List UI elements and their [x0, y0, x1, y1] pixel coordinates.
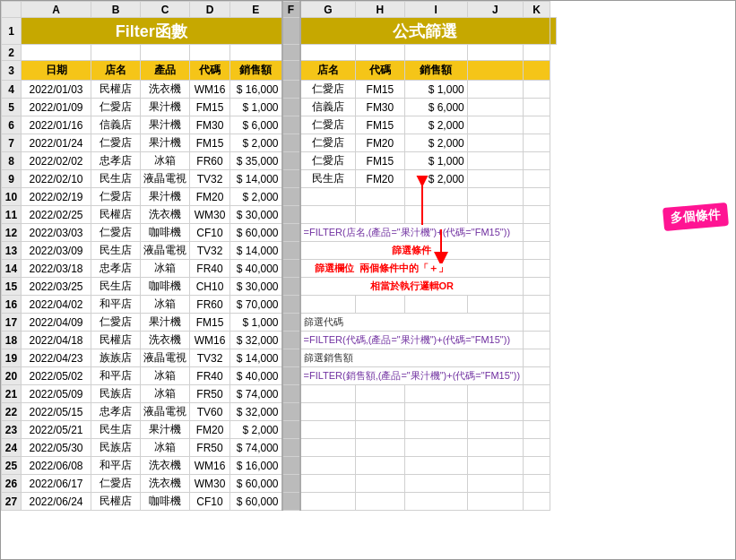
- col-header-G[interactable]: G: [300, 2, 356, 18]
- table-row: 6 2022/01/16 信義店 果汁機 FM30 $ 6,000 仁愛店 FM…: [2, 116, 557, 134]
- code-filter-label: 篩選代碼: [300, 314, 524, 332]
- table-row: 4 2022/01/03 民權店 洗衣機 WM16 $ 16,000 仁愛店 F…: [2, 81, 557, 99]
- corner-cell: [2, 2, 22, 18]
- row-header-1: 1: [2, 18, 22, 45]
- col-header-A[interactable]: A: [22, 2, 91, 18]
- table-row: 19 2022/04/23 族族店 液晶電視 TV32 $ 14,000 篩選銷…: [2, 349, 557, 367]
- col-header-F[interactable]: F: [282, 2, 300, 18]
- table-row: 26 2022/06/17 仁愛店 洗衣機 WM30 $ 60,000: [2, 475, 557, 493]
- header-r-code: 代碼: [356, 61, 404, 81]
- filter-field-label: 篩選欄位 兩個條件中的「＋」: [300, 260, 524, 278]
- header-sales: 銷售額: [230, 61, 282, 81]
- table-row: 22 2022/05/15 忠孝店 液晶電視 TV60 $ 32,000: [2, 403, 557, 421]
- table-row: 24 2022/05/30 民族店 冰箱 FR50 $ 74,000: [2, 439, 557, 457]
- table-row: 12 2022/03/03 仁愛店 咖啡機 CF10 $ 60,000 =FIL…: [2, 224, 557, 242]
- logic-or-label: 相當於執行邏輯OR: [300, 278, 524, 296]
- header-date: 日期: [22, 61, 91, 81]
- empty-row-2: 2: [2, 45, 557, 61]
- header-r-store: 店名: [300, 61, 356, 81]
- table-row: 16 2022/04/02 和平店 冰箱 FR60 $ 70,000: [2, 296, 557, 314]
- title-row: 1 Filter函數 公式篩選: [2, 18, 557, 45]
- left-title: Filter函數: [22, 18, 282, 45]
- table-row: 8 2022/02/02 忠孝店 冰箱 FR60 $ 35,000 仁愛店 FM…: [2, 152, 557, 170]
- col-header-K[interactable]: K: [524, 2, 550, 18]
- header-store: 店名: [91, 61, 141, 81]
- table-row: 15 2022/03/25 民生店 咖啡機 CH10 $ 30,000 相當於執…: [2, 278, 557, 296]
- table-row: 17 2022/04/09 仁愛店 果汁機 FM15 $ 1,000 篩選代碼: [2, 314, 557, 332]
- table-row: 25 2022/06/08 和平店 洗衣機 WM16 $ 16,000: [2, 457, 557, 475]
- header-product: 產品: [141, 61, 190, 81]
- sales-filter-label: 篩選銷售額: [300, 349, 524, 367]
- right-title: 公式篩選: [300, 18, 550, 45]
- col-header-D[interactable]: D: [190, 2, 230, 18]
- table-row: 23 2022/05/21 民生店 果汁機 FM20 $ 2,000: [2, 421, 557, 439]
- col-header-I[interactable]: I: [404, 2, 467, 18]
- col-header-E[interactable]: E: [230, 2, 282, 18]
- col-header-J[interactable]: J: [467, 2, 523, 18]
- multi-condition-badge: 多個條件: [662, 202, 729, 231]
- col-header-C[interactable]: C: [141, 2, 190, 18]
- table-row: 9 2022/02/10 民生店 液晶電視 TV32 $ 14,000 民生店 …: [2, 170, 557, 188]
- table-row: 27 2022/06/24 民權店 咖啡機 CF10 $ 60,000: [2, 493, 557, 511]
- col-header-H[interactable]: H: [356, 2, 404, 18]
- table-row: 7 2022/01/24 仁愛店 果汁機 FM15 $ 2,000 仁愛店 FM…: [2, 134, 557, 152]
- code-formula: =FILTER(代碼,(產品="果汁機")+(代碼="FM15")): [300, 332, 524, 349]
- col-header-B[interactable]: B: [91, 2, 141, 18]
- filter-condition-label: 篩選條件: [300, 242, 524, 260]
- main-formula: =FILTER(店名,(產品="果汁機")+(代碼="FM15")): [300, 224, 524, 242]
- table-row: 14 2022/03/18 忠孝店 冰箱 FR40 $ 40,000 篩選欄位 …: [2, 260, 557, 278]
- sales-formula: =FILTER(銷售額,(產品="果汁機")+(代碼="FM15")): [300, 367, 524, 385]
- header-code: 代碼: [190, 61, 230, 81]
- header-r-sales: 銷售額: [404, 61, 467, 81]
- column-headers-row: 3 日期 店名 產品 代碼 銷售額 店名 代碼 銷售額: [2, 61, 557, 81]
- table-row: 18 2022/04/18 民權店 洗衣機 WM16 $ 32,000 =FIL…: [2, 332, 557, 349]
- table-row: 10 2022/02/19 仁愛店 果汁機 FM20 $ 2,000: [2, 188, 557, 206]
- table-row: 11 2022/02/25 民權店 洗衣機 WM30 $ 30,000: [2, 206, 557, 224]
- table-row: 21 2022/05/09 民族店 冰箱 FR50 $ 74,000: [2, 385, 557, 403]
- spreadsheet: A B C D E F G H I J K 1 Filter函數 公式篩選: [0, 0, 736, 560]
- table-row: 13 2022/03/09 民生店 液晶電視 TV32 $ 14,000 篩選條…: [2, 242, 557, 260]
- main-table: A B C D E F G H I J K 1 Filter函數 公式篩選: [1, 1, 557, 511]
- table-row: 5 2022/01/09 仁愛店 果汁機 FM15 $ 1,000 信義店 FM…: [2, 99, 557, 116]
- table-row: 20 2022/05/02 和平店 冰箱 FR40 $ 40,000 =FILT…: [2, 367, 557, 385]
